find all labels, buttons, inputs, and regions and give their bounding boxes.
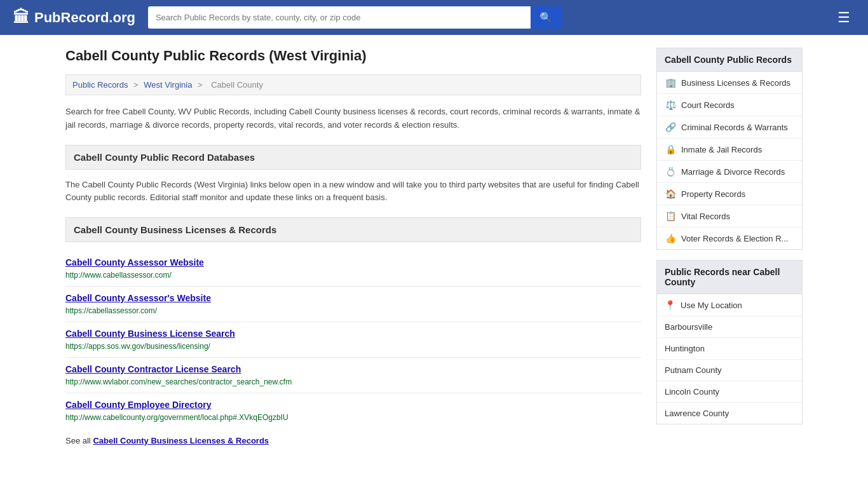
sidebar-item-icon: 🔗 [665,122,676,132]
see-all-link[interactable]: Cabell County Business Licenses & Record… [93,436,269,445]
nearby-label: Lincoln County [665,387,719,396]
nearby-label: Lawrence County [665,409,729,418]
databases-section-text: The Cabell County Public Records (West V… [65,179,641,205]
sidebar-item-icon: 👍 [665,233,676,243]
record-url[interactable]: https://apps.sos.wv.gov/business/licensi… [65,342,210,351]
record-title[interactable]: Cabell County Contractor License Search [65,364,641,374]
record-url[interactable]: http://www.wvlabor.com/new_searches/cont… [65,377,292,386]
sidebar-item-label: Property Records [681,189,745,199]
records-list: Cabell County Assessor Website http://ww… [65,251,641,428]
record-title[interactable]: Cabell County Assessor Website [65,257,641,268]
sidebar-record-item[interactable]: 👍 Voter Records & Election R... [657,227,802,249]
sidebar-record-item[interactable]: 🏢 Business Licenses & Records [657,72,802,94]
search-form: 🔍 [148,6,561,29]
sidebar-item-label: Court Records [681,100,735,110]
logo-text: PubRecord.org [34,10,135,26]
nearby-location-item[interactable]: Lawrence County [657,403,802,424]
databases-section-header: Cabell County Public Record Databases [65,145,641,170]
record-entry: Cabell County Assessor's Website https:/… [65,287,641,322]
sidebar-item-icon: 📋 [665,211,676,221]
sidebar-item-icon: 💍 [665,166,676,177]
breadcrumb-cabell-county: Cabell County [211,80,263,90]
nearby-label: Barboursville [665,322,712,332]
nearby-location-item[interactable]: Barboursville [657,316,802,338]
search-icon: 🔍 [539,12,552,23]
nearby-title: Public Records near Cabell County [657,261,802,294]
nearby-items: 📍 Use My Location BarboursvilleHuntingto… [657,294,802,424]
nearby-location-item[interactable]: Huntington [657,338,802,360]
sidebar-item-icon: 🏢 [665,78,676,88]
business-section-header: Cabell County Business Licenses & Record… [65,217,641,242]
logo[interactable]: 🏛 PubRecord.org [13,8,135,27]
see-all-prefix: See all [65,436,91,445]
record-title[interactable]: Cabell County Employee Directory [65,400,641,410]
sidebar-records-title: Cabell County Public Records [657,48,802,72]
header: 🏛 PubRecord.org 🔍 ☰ [0,0,868,35]
search-button[interactable]: 🔍 [531,6,561,29]
sidebar: Cabell County Public Records 🏢 Business … [656,48,803,445]
sidebar-item-icon: 🏠 [665,189,676,199]
sidebar-record-item[interactable]: ⚖️ Court Records [657,94,802,116]
record-entry: Cabell County Contractor License Search … [65,358,641,393]
page-title: Cabell County Public Records (West Virgi… [65,48,641,64]
nearby-location-item[interactable]: Lincoln County [657,381,802,403]
record-title[interactable]: Cabell County Assessor's Website [65,293,641,303]
content-area: Cabell County Public Records (West Virgi… [65,48,641,445]
record-url[interactable]: https://cabellassessor.com/ [65,306,157,315]
sidebar-item-label: Voter Records & Election R... [681,234,788,243]
record-url[interactable]: http://www.cabellcounty.org/government/l… [65,413,288,422]
record-entry: Cabell County Business License Search ht… [65,322,641,358]
use-location-item[interactable]: 📍 Use My Location [657,294,802,316]
breadcrumb-public-records[interactable]: Public Records [72,80,128,90]
sidebar-record-item[interactable]: 📋 Vital Records [657,205,802,227]
hamburger-icon: ☰ [837,10,850,25]
sidebar-item-label: Inmate & Jail Records [681,145,762,154]
sidebar-record-item[interactable]: 💍 Marriage & Divorce Records [657,161,802,183]
breadcrumb-separator-2: > [198,80,205,90]
main-container: Cabell County Public Records (West Virgi… [53,35,815,458]
nearby-box: Public Records near Cabell County 📍 Use … [656,260,803,424]
sidebar-record-item[interactable]: 🏠 Property Records [657,183,802,205]
sidebar-records-box: Cabell County Public Records 🏢 Business … [656,48,803,250]
nearby-label: Huntington [665,344,705,353]
breadcrumb: Public Records > West Virginia > Cabell … [65,74,641,95]
nearby-label: Use My Location [681,301,742,310]
breadcrumb-west-virginia[interactable]: West Virginia [144,80,192,90]
nearby-location-item[interactable]: Putnam County [657,360,802,381]
nearby-label: Putnam County [665,365,722,375]
menu-button[interactable]: ☰ [832,7,855,29]
sidebar-item-label: Criminal Records & Warrants [681,123,788,132]
location-pin-icon: 📍 [665,300,675,310]
sidebar-record-item[interactable]: 🔒 Inmate & Jail Records [657,139,802,161]
sidebar-item-label: Vital Records [681,212,730,221]
record-entry: Cabell County Assessor Website http://ww… [65,251,641,287]
page-description: Search for free Cabell County, WV Public… [65,105,641,132]
sidebar-item-label: Marriage & Divorce Records [681,167,785,177]
sidebar-item-icon: ⚖️ [665,100,676,110]
search-input[interactable] [148,6,531,29]
sidebar-items: 🏢 Business Licenses & Records ⚖️ Court R… [657,72,802,249]
record-title[interactable]: Cabell County Business License Search [65,329,641,339]
sidebar-item-icon: 🔒 [665,144,676,154]
sidebar-record-item[interactable]: 🔗 Criminal Records & Warrants [657,116,802,139]
see-all-line: See all Cabell County Business Licenses … [65,436,641,445]
sidebar-item-label: Business Licenses & Records [681,78,790,88]
breadcrumb-separator-1: > [133,80,140,90]
record-entry: Cabell County Employee Directory http://… [65,393,641,428]
logo-icon: 🏛 [13,8,29,27]
record-url[interactable]: http://www.cabellassessor.com/ [65,271,172,280]
